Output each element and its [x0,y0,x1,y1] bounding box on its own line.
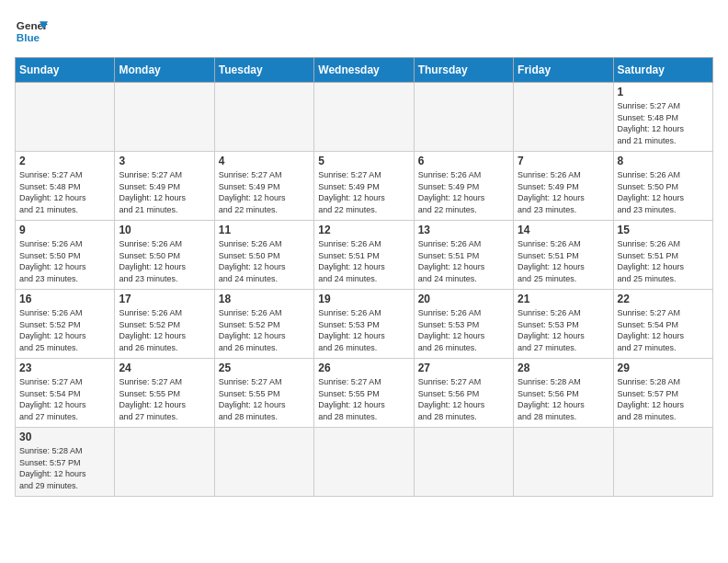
day-number: 26 [318,362,409,374]
calendar-cell: 23Sunrise: 5:27 AM Sunset: 5:54 PM Dayli… [16,359,115,428]
day-info: Sunrise: 5:26 AM Sunset: 5:51 PM Dayligh… [318,238,409,284]
week-row-3: 16Sunrise: 5:26 AM Sunset: 5:52 PM Dayli… [16,290,713,359]
day-number: 29 [618,362,709,374]
calendar-cell: 17Sunrise: 5:26 AM Sunset: 5:52 PM Dayli… [115,290,214,359]
calendar-cell [613,428,712,497]
day-number: 2 [19,155,110,167]
calendar-cell: 29Sunrise: 5:28 AM Sunset: 5:57 PM Dayli… [613,359,712,428]
day-info: Sunrise: 5:28 AM Sunset: 5:57 PM Dayligh… [19,445,110,491]
header-thursday: Thursday [414,58,513,83]
calendar-cell: 2Sunrise: 5:27 AM Sunset: 5:48 PM Daylig… [16,152,115,221]
day-number: 8 [618,155,709,167]
calendar-cell: 16Sunrise: 5:26 AM Sunset: 5:52 PM Dayli… [16,290,115,359]
day-info: Sunrise: 5:27 AM Sunset: 5:49 PM Dayligh… [119,169,210,215]
week-row-4: 23Sunrise: 5:27 AM Sunset: 5:54 PM Dayli… [16,359,713,428]
header-tuesday: Tuesday [214,58,313,83]
calendar-cell: 5Sunrise: 5:27 AM Sunset: 5:49 PM Daylig… [314,152,414,221]
day-info: Sunrise: 5:27 AM Sunset: 5:48 PM Dayligh… [618,100,709,146]
calendar-cell [214,83,313,152]
day-number: 19 [318,293,409,305]
calendar-cell: 4Sunrise: 5:27 AM Sunset: 5:49 PM Daylig… [214,152,313,221]
day-info: Sunrise: 5:26 AM Sunset: 5:53 PM Dayligh… [318,307,409,353]
day-info: Sunrise: 5:26 AM Sunset: 5:51 PM Dayligh… [618,238,709,284]
week-row-5: 30Sunrise: 5:28 AM Sunset: 5:57 PM Dayli… [16,428,713,497]
day-info: Sunrise: 5:26 AM Sunset: 5:53 PM Dayligh… [518,307,609,353]
calendar-cell: 25Sunrise: 5:27 AM Sunset: 5:55 PM Dayli… [214,359,313,428]
calendar-cell [514,428,613,497]
calendar-cell: 12Sunrise: 5:26 AM Sunset: 5:51 PM Dayli… [314,221,414,290]
day-number: 14 [518,224,609,236]
day-info: Sunrise: 5:27 AM Sunset: 5:56 PM Dayligh… [418,376,509,422]
calendar-cell [414,428,513,497]
day-number: 23 [19,362,110,374]
day-number: 21 [518,293,609,305]
calendar-cell: 15Sunrise: 5:26 AM Sunset: 5:51 PM Dayli… [613,221,712,290]
logo: General Blue [15,15,48,48]
calendar-cell: 21Sunrise: 5:26 AM Sunset: 5:53 PM Dayli… [514,290,613,359]
day-number: 6 [418,155,509,167]
day-info: Sunrise: 5:27 AM Sunset: 5:48 PM Dayligh… [19,169,110,215]
calendar-cell [115,83,214,152]
week-row-0: 1Sunrise: 5:27 AM Sunset: 5:48 PM Daylig… [16,83,713,152]
day-info: Sunrise: 5:26 AM Sunset: 5:51 PM Dayligh… [418,238,509,284]
svg-text:Blue: Blue [17,31,40,43]
calendar-cell: 30Sunrise: 5:28 AM Sunset: 5:57 PM Dayli… [16,428,115,497]
calendar-cell: 6Sunrise: 5:26 AM Sunset: 5:49 PM Daylig… [414,152,513,221]
calendar-cell: 14Sunrise: 5:26 AM Sunset: 5:51 PM Dayli… [514,221,613,290]
calendar-cell: 13Sunrise: 5:26 AM Sunset: 5:51 PM Dayli… [414,221,513,290]
calendar-cell: 24Sunrise: 5:27 AM Sunset: 5:55 PM Dayli… [115,359,214,428]
calendar-cell: 3Sunrise: 5:27 AM Sunset: 5:49 PM Daylig… [115,152,214,221]
logo-icon: General Blue [15,15,48,48]
day-info: Sunrise: 5:26 AM Sunset: 5:50 PM Dayligh… [219,238,310,284]
day-number: 9 [19,224,110,236]
calendar-cell: 19Sunrise: 5:26 AM Sunset: 5:53 PM Dayli… [314,290,414,359]
day-number: 22 [618,293,709,305]
day-number: 5 [318,155,409,167]
calendar-cell [16,83,115,152]
day-number: 3 [119,155,210,167]
day-number: 12 [318,224,409,236]
calendar-cell: 27Sunrise: 5:27 AM Sunset: 5:56 PM Dayli… [414,359,513,428]
calendar-cell: 28Sunrise: 5:28 AM Sunset: 5:56 PM Dayli… [514,359,613,428]
calendar-cell: 22Sunrise: 5:27 AM Sunset: 5:54 PM Dayli… [613,290,712,359]
day-info: Sunrise: 5:27 AM Sunset: 5:54 PM Dayligh… [618,307,709,353]
day-info: Sunrise: 5:27 AM Sunset: 5:55 PM Dayligh… [119,376,210,422]
day-info: Sunrise: 5:26 AM Sunset: 5:52 PM Dayligh… [119,307,210,353]
calendar-cell: 8Sunrise: 5:26 AM Sunset: 5:50 PM Daylig… [613,152,712,221]
day-info: Sunrise: 5:26 AM Sunset: 5:49 PM Dayligh… [418,169,509,215]
calendar-cell [514,83,613,152]
calendar-cell: 10Sunrise: 5:26 AM Sunset: 5:50 PM Dayli… [115,221,214,290]
day-number: 17 [119,293,210,305]
calendar-table: SundayMondayTuesdayWednesdayThursdayFrid… [15,57,713,497]
day-number: 20 [418,293,509,305]
header-friday: Friday [514,58,613,83]
day-info: Sunrise: 5:26 AM Sunset: 5:52 PM Dayligh… [19,307,110,353]
day-number: 16 [19,293,110,305]
calendar-cell: 18Sunrise: 5:26 AM Sunset: 5:52 PM Dayli… [214,290,313,359]
day-info: Sunrise: 5:27 AM Sunset: 5:49 PM Dayligh… [219,169,310,215]
calendar-cell [314,83,414,152]
day-number: 15 [618,224,709,236]
calendar-cell [314,428,414,497]
calendar-cell: 7Sunrise: 5:26 AM Sunset: 5:49 PM Daylig… [514,152,613,221]
calendar-cell: 1Sunrise: 5:27 AM Sunset: 5:48 PM Daylig… [613,83,712,152]
page-header: General Blue [15,15,713,48]
calendar-cell [214,428,313,497]
day-info: Sunrise: 5:26 AM Sunset: 5:50 PM Dayligh… [119,238,210,284]
header-wednesday: Wednesday [314,58,414,83]
day-number: 10 [119,224,210,236]
day-number: 27 [418,362,509,374]
day-number: 11 [219,224,310,236]
week-row-1: 2Sunrise: 5:27 AM Sunset: 5:48 PM Daylig… [16,152,713,221]
calendar-header-row: SundayMondayTuesdayWednesdayThursdayFrid… [16,58,713,83]
day-info: Sunrise: 5:27 AM Sunset: 5:55 PM Dayligh… [219,376,310,422]
header-saturday: Saturday [613,58,712,83]
day-number: 1 [618,86,709,98]
calendar-cell: 11Sunrise: 5:26 AM Sunset: 5:50 PM Dayli… [214,221,313,290]
calendar-cell [115,428,214,497]
day-number: 13 [418,224,509,236]
week-row-2: 9Sunrise: 5:26 AM Sunset: 5:50 PM Daylig… [16,221,713,290]
calendar-cell [414,83,513,152]
day-info: Sunrise: 5:27 AM Sunset: 5:54 PM Dayligh… [19,376,110,422]
day-info: Sunrise: 5:27 AM Sunset: 5:49 PM Dayligh… [318,169,409,215]
